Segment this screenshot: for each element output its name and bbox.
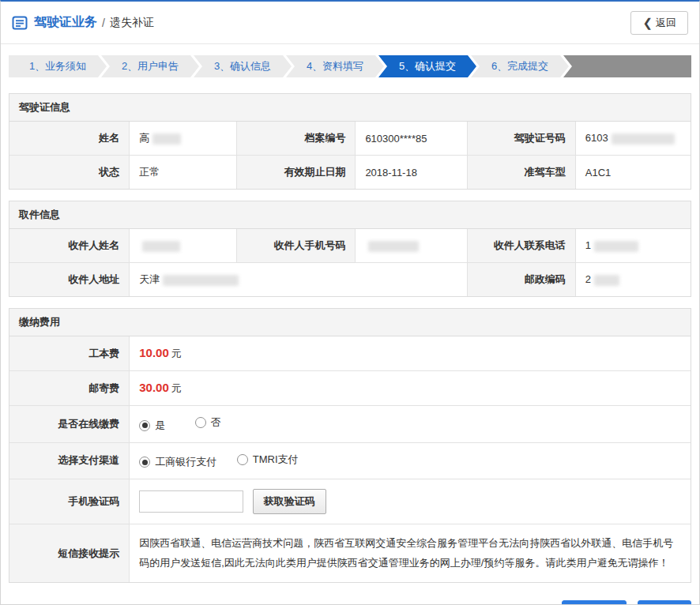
page-title: 驾驶证业务 xyxy=(34,14,97,31)
vehicle-class-label: 准驾车型 xyxy=(467,156,575,190)
captcha-row: 获取验证码 xyxy=(130,479,691,524)
captcha-label: 手机验证码 xyxy=(9,479,130,524)
step-label: 6、完成提交 xyxy=(491,59,548,73)
production-fee-label: 工本费 xyxy=(9,336,130,371)
expiry-date-value: 2018-11-18 xyxy=(356,156,467,190)
redacted-blur xyxy=(142,241,180,252)
page: 驾驶证业务 / 遗失补证 ❮ 返回 1、业务须知 2、用户申告 3、确认信息 4… xyxy=(0,0,700,605)
mailing-fee-amount: 30.00 xyxy=(139,381,169,394)
online-payment-label: 是否在线缴费 xyxy=(9,406,130,443)
radio-unselected-icon xyxy=(237,454,248,465)
postcode-label: 邮政编码 xyxy=(467,263,575,297)
document-list-icon xyxy=(12,15,28,31)
recipient-address-text: 天津 xyxy=(139,273,160,285)
step-label: 3、确认信息 xyxy=(214,59,271,73)
step-3-confirm-info[interactable]: 3、确认信息 xyxy=(194,55,292,77)
step-4-fill-data[interactable]: 4、资料填写 xyxy=(286,55,384,77)
recipient-mobile-label: 收件人手机号码 xyxy=(237,229,356,263)
radio-label: 是 xyxy=(155,419,165,433)
recipient-phone-value: 1 xyxy=(575,229,691,263)
delivery-info-section: 取件信息 收件人姓名 收件人手机号码 收件人联系电话 1 xyxy=(9,201,691,297)
recipient-address-value: 天津 xyxy=(130,263,468,297)
payment-section-title: 缴纳费用 xyxy=(9,309,691,336)
online-payment-options: 是 否 xyxy=(130,406,691,443)
captcha-input[interactable] xyxy=(139,490,243,513)
table-row: 收件人姓名 收件人手机号码 收件人联系电话 1 xyxy=(9,229,691,263)
chevron-left-icon: ❮ xyxy=(642,17,653,28)
redacted-blur xyxy=(368,241,419,252)
table-row: 邮寄费 30.00元 xyxy=(9,371,691,406)
name-text: 高 xyxy=(139,132,149,144)
page-subtitle: 遗失补证 xyxy=(110,16,154,30)
step-5-confirm-submit[interactable]: 5、确认提交 xyxy=(378,55,476,77)
table-row: 选择支付渠道 工商银行支付 TMRI支付 xyxy=(9,442,691,479)
production-fee-value: 10.00元 xyxy=(130,336,691,371)
fee-unit: 元 xyxy=(171,382,182,394)
delivery-section-title: 取件信息 xyxy=(9,201,691,229)
step-1-business-notice[interactable]: 1、业务须知 xyxy=(9,55,107,77)
recipient-name-label: 收件人姓名 xyxy=(9,229,130,263)
sms-notice-text: 因陕西省联通、电信运营商技术问题，陕西省互联网交通安全综合服务管理平台无法向持陕… xyxy=(130,524,691,583)
status-value: 正常 xyxy=(130,156,237,190)
get-code-button[interactable]: 获取验证码 xyxy=(253,489,326,514)
redacted-blur xyxy=(152,133,181,145)
license-section-title: 驾驶证信息 xyxy=(9,94,691,122)
postcode-text: 2 xyxy=(585,273,591,285)
back-button[interactable]: ❮ 返回 xyxy=(630,11,688,35)
mailing-fee-label: 邮寄费 xyxy=(9,371,130,406)
table-row: 工本费 10.00元 xyxy=(9,336,691,371)
delivery-info-table: 收件人姓名 收件人手机号码 收件人联系电话 1 收件人地址 天津 邮政编码 xyxy=(9,229,691,296)
sms-notice-label: 短信接收提示 xyxy=(9,524,130,583)
redacted-blur xyxy=(163,275,239,286)
radio-channel-tmri[interactable]: TMRI支付 xyxy=(237,453,299,467)
redacted-blur xyxy=(612,133,675,145)
radio-online-yes[interactable]: 是 xyxy=(139,419,165,433)
finish-button[interactable]: 完成 xyxy=(638,600,691,605)
mailing-fee-value: 30.00元 xyxy=(130,371,691,406)
radio-label: TMRI支付 xyxy=(253,453,299,467)
payment-section: 缴纳费用 工本费 10.00元 邮寄费 30.00元 是否在线缴费 xyxy=(9,308,691,583)
step-label: 4、资料填写 xyxy=(307,59,363,73)
back-button-label: 返回 xyxy=(656,16,676,30)
radio-selected-icon xyxy=(139,457,150,468)
license-number-text: 6103 xyxy=(585,132,608,144)
license-info-section: 驾驶证信息 姓名 高 档案编号 610300****85 驾驶证号码 6103 xyxy=(9,93,691,190)
table-row: 姓名 高 档案编号 610300****85 驾驶证号码 6103 xyxy=(9,122,691,156)
radio-selected-icon xyxy=(139,420,150,431)
payment-channel-label: 选择支付渠道 xyxy=(9,442,130,479)
table-row: 收件人地址 天津 邮政编码 2 xyxy=(9,263,691,297)
radio-unselected-icon xyxy=(195,417,206,428)
recipient-phone-text: 1 xyxy=(585,239,591,251)
payment-table: 工本费 10.00元 邮寄费 30.00元 是否在线缴费 是 xyxy=(9,336,691,582)
table-row: 手机验证码 获取验证码 xyxy=(9,479,691,524)
redacted-blur xyxy=(594,275,619,286)
table-row: 是否在线缴费 是 否 xyxy=(9,406,691,443)
step-nav-filler xyxy=(563,55,691,77)
footer-actions: 上一步 完成 xyxy=(1,594,699,605)
radio-label: 否 xyxy=(211,415,221,430)
name-label: 姓名 xyxy=(9,122,130,156)
step-label: 5、确认提交 xyxy=(399,59,456,73)
postcode-value: 2 xyxy=(575,263,691,297)
status-label: 状态 xyxy=(9,156,130,190)
vehicle-class-value: A1C1 xyxy=(575,156,691,190)
redacted-blur xyxy=(594,241,638,252)
table-row: 状态 正常 有效期止日期 2018-11-18 准驾车型 A1C1 xyxy=(9,156,691,190)
step-nav: 1、业务须知 2、用户申告 3、确认信息 4、资料填写 5、确认提交 6、完成提… xyxy=(9,55,691,77)
title-separator: / xyxy=(102,17,105,29)
radio-channel-icbc[interactable]: 工商银行支付 xyxy=(139,455,216,469)
table-row: 短信接收提示 因陕西省联通、电信运营商技术问题，陕西省互联网交通安全综合服务管理… xyxy=(9,524,691,583)
previous-step-button[interactable]: 上一步 xyxy=(562,600,627,605)
step-2-user-declaration[interactable]: 2、用户申告 xyxy=(101,55,199,77)
step-label: 1、业务须知 xyxy=(29,59,86,73)
name-value: 高 xyxy=(130,122,237,156)
payment-channel-options: 工商银行支付 TMRI支付 xyxy=(130,442,691,479)
license-info-table: 姓名 高 档案编号 610300****85 驾驶证号码 6103 状态 正常 … xyxy=(9,122,691,189)
file-number-label: 档案编号 xyxy=(237,122,356,156)
file-number-value: 610300****85 xyxy=(356,122,467,156)
step-label: 2、用户申告 xyxy=(122,59,179,73)
production-fee-amount: 10.00 xyxy=(139,346,169,359)
step-6-complete-submit[interactable]: 6、完成提交 xyxy=(471,55,569,77)
header: 驾驶证业务 / 遗失补证 ❮ 返回 xyxy=(1,2,699,44)
radio-online-no[interactable]: 否 xyxy=(195,415,221,430)
